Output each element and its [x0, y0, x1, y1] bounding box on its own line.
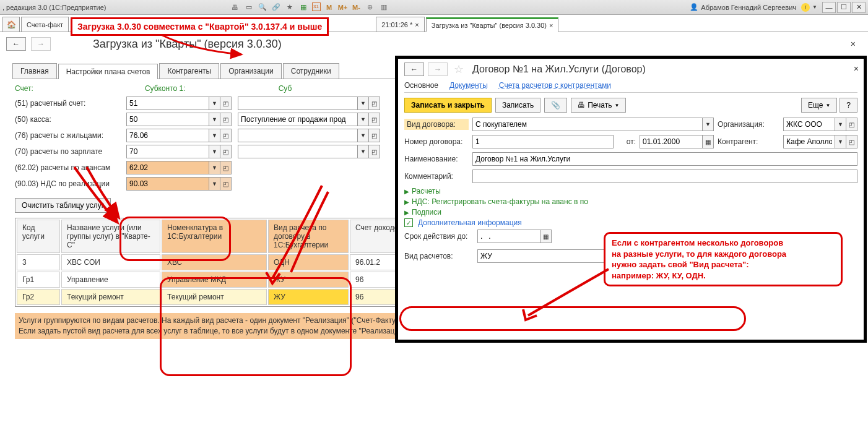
- home-button[interactable]: 🏠: [2, 17, 20, 32]
- chevron-down-icon[interactable]: ▼: [209, 129, 220, 142]
- panel-icon[interactable]: ▥: [379, 2, 389, 12]
- calendar-icon[interactable]: ▦: [298, 2, 308, 12]
- tab-contragents[interactable]: Контрагенты: [159, 63, 219, 79]
- save-button[interactable]: Записать: [495, 98, 540, 113]
- open-icon[interactable]: ◰: [220, 129, 232, 142]
- chevron-down-icon[interactable]: ▼: [835, 118, 846, 131]
- chevron-down-icon[interactable]: ▼: [209, 177, 220, 191]
- dlg-tab-main[interactable]: Основное: [404, 81, 438, 90]
- help-button[interactable]: ?: [840, 98, 857, 113]
- page-close-icon[interactable]: ×: [851, 39, 856, 49]
- info-icon[interactable]: i: [801, 3, 810, 12]
- open-icon[interactable]: ◰: [369, 97, 380, 110]
- calendar-icon[interactable]: ▦: [540, 230, 552, 243]
- field-76-sub1[interactable]: ▼◰: [238, 129, 380, 142]
- chevron-down-icon[interactable]: ▼: [209, 113, 220, 126]
- tab-invoices[interactable]: Счета-факт: [21, 17, 69, 32]
- calendar-icon[interactable]: ▦: [703, 135, 714, 148]
- clear-table-button[interactable]: Очистить таблицу услуг: [15, 198, 111, 213]
- chevron-down-icon[interactable]: ▼: [209, 145, 220, 158]
- more-button[interactable]: Еще ▼: [801, 98, 837, 113]
- forward-button[interactable]: →: [31, 37, 51, 51]
- open-icon[interactable]: ◰: [220, 177, 232, 191]
- m-minus-button[interactable]: M-: [352, 2, 362, 12]
- doc-icon[interactable]: ▭: [244, 2, 254, 12]
- tab-main[interactable]: Главная: [12, 63, 57, 79]
- label-76: (76) расчеты с жильцами:: [15, 131, 120, 140]
- open-icon[interactable]: ◰: [369, 145, 380, 158]
- user-area[interactable]: 👤 Абрамов Геннадий Сергеевич i ▼: [690, 3, 817, 12]
- chevron-down-icon[interactable]: ▼: [358, 113, 369, 126]
- chevron-down-icon[interactable]: ▼: [209, 97, 220, 110]
- checkbox-icon[interactable]: ✓: [404, 218, 413, 227]
- dlg-tab-accounts[interactable]: Счета расчетов с контрагентами: [499, 81, 611, 90]
- m-button[interactable]: M: [324, 2, 334, 12]
- close-icon[interactable]: ×: [415, 21, 419, 28]
- open-icon[interactable]: ◰: [369, 113, 380, 126]
- chevron-down-icon[interactable]: ▼: [358, 129, 369, 142]
- maximize-button[interactable]: ☐: [837, 2, 851, 13]
- link-signatures[interactable]: ▶Подписи: [404, 208, 857, 217]
- close-icon[interactable]: ×: [549, 22, 553, 29]
- open-icon[interactable]: ◰: [846, 118, 857, 131]
- link-icon[interactable]: 🔗: [271, 2, 281, 12]
- open-icon[interactable]: ◰: [220, 97, 232, 110]
- field-50-sub1[interactable]: ▼◰: [238, 113, 380, 126]
- tab-accounts[interactable]: Настройки плана счетов: [58, 64, 158, 79]
- forward-button[interactable]: →: [428, 62, 448, 76]
- minimize-button[interactable]: —: [822, 2, 836, 13]
- open-icon[interactable]: ◰: [369, 129, 380, 142]
- field-srok[interactable]: ▦: [477, 230, 552, 243]
- open-icon[interactable]: ◰: [220, 145, 232, 158]
- user-icon: 👤: [690, 3, 698, 11]
- close-button[interactable]: ✕: [852, 2, 866, 13]
- link-extra[interactable]: ✓Дополнительная информация: [404, 218, 857, 227]
- print-icon[interactable]: 🖶: [230, 2, 240, 12]
- star-icon[interactable]: ★: [285, 2, 295, 12]
- chevron-down-icon[interactable]: ▼: [209, 161, 220, 174]
- field-50[interactable]: ▼◰: [126, 113, 232, 126]
- open-icon[interactable]: ◰: [220, 113, 232, 126]
- field-vid[interactable]: ▼: [472, 118, 714, 131]
- back-button[interactable]: ←: [404, 62, 424, 76]
- field-70-sub1[interactable]: ▼◰: [238, 145, 380, 158]
- print-button[interactable]: 🖶Печать ▼: [571, 98, 626, 113]
- field-comm[interactable]: [472, 170, 857, 183]
- field-org[interactable]: ▼◰: [783, 118, 857, 131]
- field-name[interactable]: [472, 152, 857, 166]
- dialog-close-icon[interactable]: ×: [854, 64, 859, 74]
- dlg-tab-docs[interactable]: Документы: [449, 81, 488, 90]
- chevron-down-icon[interactable]: ▼: [358, 97, 369, 110]
- field-62[interactable]: ▼◰: [126, 161, 232, 174]
- chevron-down-icon[interactable]: ▼: [835, 135, 846, 148]
- chevron-down-icon[interactable]: ▼: [358, 145, 369, 158]
- field-76[interactable]: ▼◰: [126, 129, 232, 142]
- field-num[interactable]: [472, 135, 614, 148]
- field-70[interactable]: ▼◰: [126, 145, 232, 158]
- open-icon[interactable]: ◰: [846, 135, 857, 148]
- date-icon[interactable]: 31: [312, 2, 321, 11]
- field-51-sub1[interactable]: ▼◰: [238, 97, 380, 110]
- zoom-icon[interactable]: ⊕: [365, 2, 375, 12]
- tab-time[interactable]: 21:01:26 *×: [376, 17, 425, 32]
- tab-kvarta[interactable]: Загрузка из "Кварты" (версия 3.0.30)×: [426, 17, 559, 32]
- search-icon[interactable]: 🔍: [258, 2, 267, 12]
- attach-button[interactable]: 📎: [544, 98, 567, 113]
- label-70: (70) расчеты по зарплате: [15, 147, 120, 156]
- field-90[interactable]: ▼◰: [126, 177, 232, 191]
- field-ctr[interactable]: ▼◰: [783, 135, 857, 148]
- link-nds[interactable]: ▶НДС: Регистрировать счета-фактуры на ав…: [404, 197, 857, 206]
- open-icon[interactable]: ◰: [220, 161, 232, 174]
- link-raschety[interactable]: ▶Расчеты: [404, 187, 857, 195]
- m-plus-button[interactable]: M+: [338, 2, 348, 12]
- chevron-down-icon[interactable]: ▼: [703, 118, 714, 131]
- back-button[interactable]: ←: [6, 37, 26, 51]
- dropdown-icon[interactable]: ▼: [812, 4, 817, 10]
- tab-employees[interactable]: Сотрудники: [283, 63, 339, 79]
- app-title: , редакция 3.0 (1С:Предприятие): [2, 4, 106, 11]
- star-icon[interactable]: ☆: [454, 62, 464, 76]
- field-51[interactable]: ▼◰: [126, 97, 232, 110]
- tab-orgs[interactable]: Организации: [220, 63, 282, 79]
- save-close-button[interactable]: Записать и закрыть: [404, 98, 492, 113]
- field-date[interactable]: ▦: [640, 135, 714, 148]
